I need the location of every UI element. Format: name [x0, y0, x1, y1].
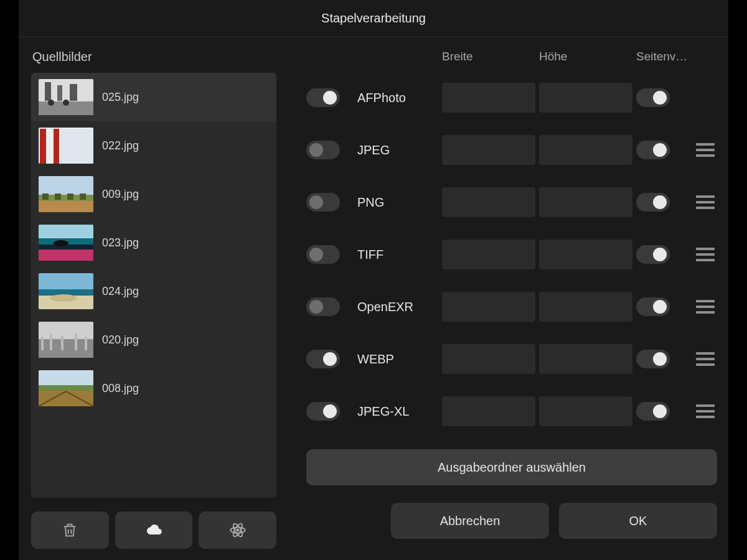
atom-button[interactable]: [199, 511, 276, 549]
svg-point-27: [50, 294, 77, 302]
thumbnail: [39, 322, 93, 358]
width-input[interactable]: [442, 135, 535, 165]
format-row: AFPhoto: [306, 77, 717, 118]
height-input[interactable]: [539, 83, 632, 113]
header-width: Breite: [442, 50, 535, 63]
svg-rect-37: [39, 390, 93, 406]
height-input[interactable]: [539, 240, 632, 269]
format-enable-toggle[interactable]: [306, 297, 340, 316]
header-height: Höhe: [539, 50, 632, 63]
svg-rect-4: [70, 84, 77, 101]
delete-button[interactable]: [31, 511, 109, 549]
thumbnail: [39, 225, 93, 261]
svg-rect-12: [39, 176, 93, 195]
format-options-icon[interactable]: [696, 300, 715, 314]
width-input[interactable]: [442, 83, 535, 113]
width-input[interactable]: [442, 292, 535, 322]
format-options-icon[interactable]: [696, 248, 715, 261]
format-enable-toggle[interactable]: [306, 402, 340, 421]
format-row: JPEG-XL: [306, 391, 717, 432]
svg-rect-15: [42, 194, 49, 200]
svg-rect-22: [39, 250, 93, 261]
source-list[interactable]: 025.jpg022.jpg009.jpg023.jpg024.jpg020.j…: [31, 73, 276, 498]
aspect-lock-toggle[interactable]: [636, 141, 670, 159]
file-name-label: 020.jpg: [102, 334, 139, 347]
svg-rect-18: [80, 194, 86, 200]
file-name-label: 024.jpg: [102, 285, 139, 298]
svg-rect-17: [67, 194, 73, 200]
source-panel: Quellbilder 025.jpg022.jpg009.jpg023.jpg…: [31, 50, 285, 560]
width-input[interactable]: [442, 240, 535, 269]
atom-icon: [229, 521, 247, 539]
height-input[interactable]: [539, 344, 632, 374]
format-name-label: WEBP: [357, 352, 438, 366]
thumbnail: [39, 370, 93, 406]
thumbnail: [39, 128, 93, 164]
svg-rect-33: [75, 333, 77, 350]
width-input[interactable]: [442, 344, 535, 374]
format-row: PNG: [306, 182, 717, 223]
source-item[interactable]: 009.jpg: [31, 170, 276, 218]
width-input[interactable]: [442, 187, 535, 217]
aspect-lock-toggle[interactable]: [636, 245, 670, 264]
cloud-button[interactable]: [115, 511, 193, 549]
aspect-lock-toggle[interactable]: [636, 88, 670, 107]
height-input[interactable]: [539, 135, 632, 165]
ok-button[interactable]: OK: [559, 503, 717, 539]
source-item[interactable]: 023.jpg: [31, 218, 276, 267]
cancel-button[interactable]: Abbrechen: [391, 503, 549, 539]
aspect-lock-toggle[interactable]: [636, 193, 670, 212]
source-item[interactable]: 022.jpg: [31, 121, 276, 170]
file-name-label: 008.jpg: [102, 382, 139, 395]
source-header: Quellbilder: [32, 50, 285, 64]
aspect-lock-toggle[interactable]: [636, 297, 670, 316]
source-item[interactable]: 020.jpg: [31, 315, 276, 364]
format-options-icon[interactable]: [696, 143, 715, 157]
aspect-lock-toggle[interactable]: [636, 402, 670, 421]
thumbnail: [39, 176, 93, 212]
source-item[interactable]: 008.jpg: [31, 364, 276, 413]
svg-rect-9: [47, 129, 52, 164]
svg-rect-8: [40, 129, 46, 164]
format-enable-toggle[interactable]: [306, 193, 340, 212]
format-row: OpenEXR: [306, 286, 717, 327]
format-name-label: AFPhoto: [357, 91, 438, 105]
source-item[interactable]: 024.jpg: [31, 267, 276, 315]
format-row: TIFF: [306, 234, 717, 275]
width-input[interactable]: [442, 396, 535, 426]
file-name-label: 025.jpg: [102, 91, 139, 104]
svg-rect-19: [39, 225, 93, 238]
column-headers: Breite Höhe Seitenv…: [306, 50, 717, 63]
format-enable-toggle[interactable]: [306, 141, 340, 159]
format-options-icon[interactable]: [696, 404, 715, 418]
dialog-title: Stapelverarbeitung: [19, 0, 728, 37]
source-item[interactable]: 025.jpg: [31, 73, 276, 121]
aspect-lock-toggle[interactable]: [636, 350, 670, 368]
batch-dialog: Stapelverarbeitung Quellbilder 025.jpg02…: [19, 0, 728, 560]
svg-rect-10: [54, 129, 59, 164]
thumbnail: [39, 79, 93, 115]
svg-rect-24: [39, 273, 93, 289]
formats-list: AFPhotoJPEGPNGTIFFOpenEXRWEBPJPEG-XL: [306, 77, 717, 443]
format-enable-toggle[interactable]: [306, 88, 340, 107]
source-actions: [31, 511, 276, 549]
format-options-icon[interactable]: [696, 195, 715, 209]
height-input[interactable]: [539, 396, 632, 426]
file-name-label: 023.jpg: [102, 236, 139, 250]
svg-rect-3: [57, 85, 62, 101]
height-input[interactable]: [539, 187, 632, 217]
choose-output-folder-button[interactable]: Ausgabeordner auswählen: [306, 449, 717, 485]
svg-rect-30: [41, 337, 44, 350]
file-name-label: 022.jpg: [102, 139, 139, 152]
cloud-icon: [145, 521, 162, 539]
svg-rect-35: [39, 370, 93, 385]
format-enable-toggle[interactable]: [306, 350, 340, 368]
svg-point-23: [54, 240, 68, 246]
svg-point-41: [237, 529, 238, 531]
format-name-label: PNG: [357, 195, 438, 210]
formats-panel: Breite Höhe Seitenv… AFPhotoJPEGPNGTIFFO…: [285, 50, 728, 560]
format-enable-toggle[interactable]: [306, 245, 340, 264]
svg-rect-34: [85, 337, 87, 350]
format-options-icon[interactable]: [696, 352, 715, 366]
height-input[interactable]: [539, 292, 632, 322]
